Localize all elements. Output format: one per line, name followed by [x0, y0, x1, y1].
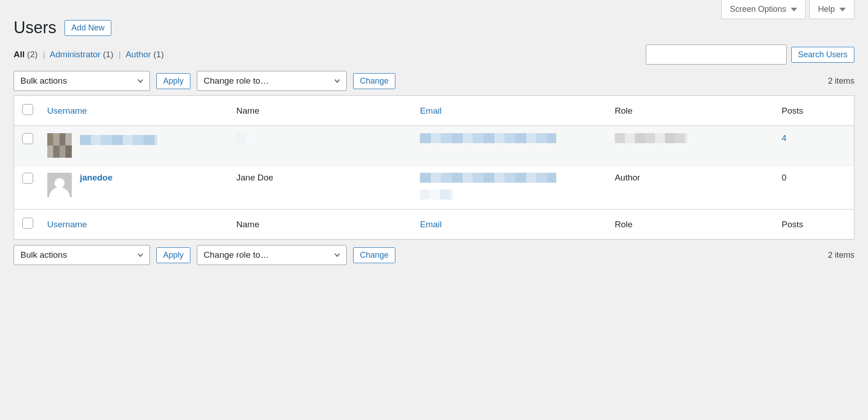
row-checkbox[interactable] [22, 173, 33, 184]
redacted-name [236, 133, 254, 143]
bulk-actions-label: Bulk actions [20, 76, 67, 86]
search-input[interactable] [646, 45, 787, 65]
chevron-down-icon [839, 8, 846, 11]
top-help-tabs: Screen Options Help [721, 0, 854, 19]
avatar [47, 133, 72, 158]
change-button[interactable]: Change [353, 73, 395, 89]
change-role-label: Change role to… [204, 250, 269, 260]
col-username[interactable]: Username [47, 220, 87, 229]
col-username[interactable]: Username [47, 106, 87, 115]
redacted-email [420, 173, 556, 183]
avatar [47, 173, 72, 197]
items-count: 2 items [828, 76, 854, 86]
chevron-down-icon [791, 8, 797, 11]
select-all-checkbox[interactable] [22, 218, 33, 229]
select-all-checkbox[interactable] [22, 104, 33, 115]
bulk-actions-select[interactable]: Bulk actions [14, 245, 150, 265]
username-link[interactable]: janedoe [80, 173, 113, 183]
redacted-email [420, 133, 556, 143]
change-role-select[interactable]: Change role to… [197, 71, 347, 91]
add-new-button[interactable]: Add New [65, 20, 111, 36]
row-checkbox[interactable] [22, 133, 33, 144]
filter-administrator[interactable]: Administrator (1) [50, 50, 116, 59]
col-posts: Posts [776, 210, 854, 240]
redacted-email [420, 190, 453, 200]
chevron-down-icon [334, 251, 341, 259]
bulk-actions-select[interactable]: Bulk actions [14, 71, 150, 91]
col-posts: Posts [776, 96, 854, 126]
separator: | [40, 50, 48, 59]
search-users-button[interactable]: Search Users [791, 47, 854, 63]
col-role: Role [609, 96, 776, 126]
user-name: Jane Doe [231, 165, 414, 210]
col-email[interactable]: Email [420, 106, 442, 115]
change-role-label: Change role to… [204, 76, 269, 86]
filter-author[interactable]: Author (1) [125, 50, 164, 59]
user-role: Author [609, 165, 776, 210]
col-role: Role [609, 210, 776, 240]
col-name: Name [231, 96, 414, 126]
change-role-select[interactable]: Change role to… [197, 245, 347, 265]
col-name: Name [231, 210, 414, 240]
col-email[interactable]: Email [420, 220, 442, 229]
apply-button[interactable]: Apply [156, 73, 190, 89]
filter-links: All (2) | Administrator (1) | Author (1) [14, 50, 164, 60]
screen-options-tab[interactable]: Screen Options [721, 0, 806, 19]
redacted-username [80, 135, 157, 145]
search-box: Search Users [646, 45, 854, 65]
filter-all[interactable]: All (2) [14, 50, 40, 59]
chevron-down-icon [137, 77, 144, 85]
separator: | [116, 50, 124, 59]
chevron-down-icon [334, 77, 341, 85]
posts-count-link[interactable]: 4 [782, 133, 787, 143]
table-row: janedoe Jane Doe Author 0 [14, 165, 854, 210]
users-table: Username Name Email Role Posts [14, 95, 854, 240]
table-row: 4 [14, 126, 854, 165]
bulk-actions-label: Bulk actions [20, 250, 67, 260]
help-label: Help [818, 5, 835, 14]
items-count: 2 items [828, 250, 854, 260]
page-title: Users [14, 18, 56, 37]
chevron-down-icon [137, 251, 144, 259]
apply-button[interactable]: Apply [156, 247, 190, 263]
screen-options-label: Screen Options [730, 5, 786, 14]
redacted-role [615, 133, 688, 143]
posts-count: 0 [776, 165, 854, 210]
help-tab[interactable]: Help [809, 0, 854, 19]
change-button[interactable]: Change [353, 247, 395, 263]
